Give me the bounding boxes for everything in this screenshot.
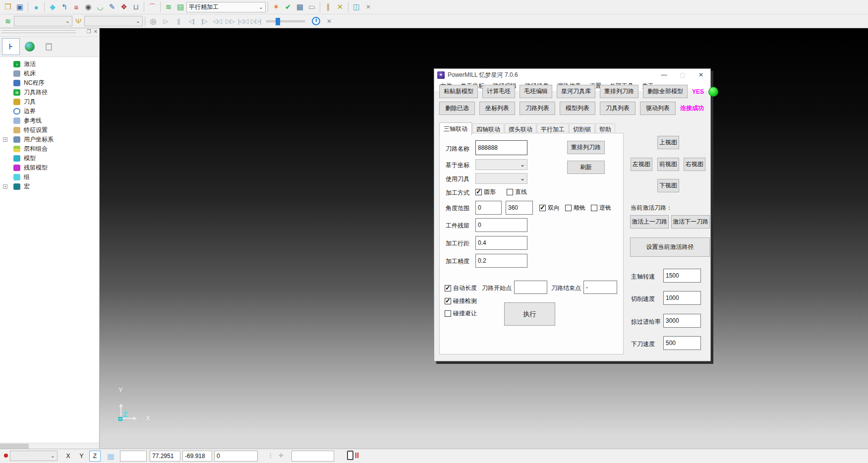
- activate-next-toolpath-button[interactable]: 激活下一刀路: [671, 215, 710, 229]
- axis-y-button[interactable]: Y: [76, 451, 87, 462]
- tool-icon[interactable]: ◉: [82, 1, 94, 13]
- tab-explorer-tree[interactable]: ⊦: [2, 38, 20, 55]
- axis-z-button[interactable]: Z: [89, 451, 101, 462]
- paste-model-button[interactable]: 粘贴新模型: [439, 85, 478, 98]
- view-top-button[interactable]: 上视图: [657, 136, 679, 149]
- angle-from-input[interactable]: [475, 201, 502, 215]
- climb-checkbox[interactable]: 顺铣: [565, 204, 585, 212]
- checkbox-icon[interactable]: [539, 205, 546, 211]
- refresh-button[interactable]: 刷新: [567, 161, 605, 174]
- collision-check-icon[interactable]: ⌒: [146, 1, 158, 13]
- execute-button[interactable]: 执行: [504, 302, 555, 326]
- device-icon[interactable]: [347, 451, 353, 460]
- nc-cylinders-icon[interactable]: ◫: [350, 1, 362, 13]
- step-forward-icon[interactable]: |▷: [198, 17, 211, 25]
- slider-thumb[interactable]: [276, 18, 280, 25]
- tree-item-feature-sets[interactable]: 特征设置: [0, 125, 99, 135]
- status-field-2[interactable]: [291, 451, 334, 462]
- calculator-icon[interactable]: ▦: [294, 1, 306, 13]
- plunge-feed-input[interactable]: [663, 336, 701, 350]
- calc-block-button[interactable]: 计算毛坯: [482, 85, 515, 98]
- edit-block-button[interactable]: 毛坯编辑: [520, 85, 552, 98]
- coord-list-button[interactable]: 坐标列表: [479, 102, 515, 115]
- delete-selected-button[interactable]: 删除已选: [439, 102, 475, 115]
- stock-allowance-input[interactable]: [475, 218, 527, 232]
- tree-item-nc-program[interactable]: NC程序: [0, 78, 99, 88]
- coord-dropdown[interactable]: ⌄: [475, 159, 527, 170]
- lightbulb-icon[interactable]: ◎: [147, 15, 159, 27]
- collision-check-checkbox[interactable]: 碰撞检测: [445, 297, 477, 305]
- grid-icon[interactable]: ▦: [105, 451, 116, 462]
- close-icon[interactable]: ✕: [698, 71, 703, 78]
- checkbox-icon[interactable]: [445, 298, 451, 304]
- model-list-button[interactable]: 模型列表: [560, 102, 595, 115]
- expand-icon[interactable]: +: [3, 184, 7, 189]
- set-active-path-button[interactable]: 设置当前激活路径: [630, 237, 710, 257]
- tool-holder-icon[interactable]: ⊔: [130, 1, 142, 13]
- go-start-icon[interactable]: |◁◁: [236, 17, 249, 25]
- status-field-1[interactable]: [120, 451, 147, 462]
- toolpath-name-input[interactable]: [475, 140, 527, 155]
- delete-all-models-button[interactable]: 删除全部模型: [643, 85, 688, 98]
- simulation-clock-icon[interactable]: [312, 17, 320, 25]
- line-checkbox[interactable]: 直线: [507, 188, 527, 196]
- pause-icon[interactable]: ||: [172, 17, 185, 25]
- measure-icon[interactable]: ▭: [306, 1, 318, 13]
- tool-select-dropdown[interactable]: ⌄: [84, 16, 143, 26]
- checkbox-icon[interactable]: [445, 285, 451, 291]
- end-point-input[interactable]: [583, 281, 617, 294]
- tolerance-input[interactable]: [475, 254, 527, 268]
- transform-icon[interactable]: ✕: [334, 1, 346, 13]
- holder-icon[interactable]: ◡: [94, 1, 106, 13]
- pattern-icon[interactable]: ❖: [118, 1, 130, 13]
- tab-3axis[interactable]: 三轴联动: [439, 122, 472, 135]
- stepover-input[interactable]: [475, 236, 527, 250]
- conventional-checkbox[interactable]: 逆铣: [591, 204, 611, 212]
- tree-item-patterns[interactable]: 参考线: [0, 116, 99, 125]
- rapid-heights-icon[interactable]: ↰: [58, 1, 70, 13]
- view-bottom-button[interactable]: 下视图: [657, 179, 679, 192]
- tree-item-workplanes[interactable]: +用户坐标系: [0, 135, 99, 144]
- activate-prev-toolpath-button[interactable]: 激活上一刀路: [630, 215, 669, 229]
- print-icon[interactable]: ●: [30, 1, 42, 13]
- panel-hscrollbar[interactable]: [0, 443, 99, 449]
- simulation-speed-slider[interactable]: [266, 20, 305, 22]
- axis-x-button[interactable]: X: [62, 451, 74, 462]
- auto-length-checkbox[interactable]: 自动长度: [445, 284, 477, 292]
- tree-item-stock-models[interactable]: 残留模型: [0, 163, 99, 173]
- maximize-icon[interactable]: ▢: [680, 71, 686, 78]
- play-icon[interactable]: ▷: [159, 17, 172, 25]
- edit-toolpath-icon[interactable]: ✎: [106, 1, 118, 13]
- step-back-icon[interactable]: ◁|: [185, 17, 198, 25]
- tree-item-groups[interactable]: 组: [0, 173, 99, 182]
- panel-grip[interactable]: ❐ ✕: [0, 28, 99, 37]
- tool-alarm-icon[interactable]: ✶: [270, 1, 282, 13]
- tree-item-macros[interactable]: +宏: [0, 182, 99, 191]
- strategy-list-icon[interactable]: ▤: [174, 1, 186, 13]
- toolpath-select-dropdown[interactable]: ⌄: [14, 16, 72, 26]
- cutting-feed-input[interactable]: [663, 291, 701, 305]
- tree-item-levels[interactable]: 层和组合: [0, 144, 99, 154]
- coord-x-field[interactable]: [150, 451, 180, 462]
- skim-feed-input[interactable]: [663, 314, 701, 328]
- coord-z-field[interactable]: [214, 451, 258, 462]
- tab-web[interactable]: [21, 38, 39, 55]
- checkbox-icon[interactable]: [591, 205, 597, 211]
- tab-recycle[interactable]: [40, 38, 58, 55]
- minimize-icon[interactable]: —: [661, 71, 667, 78]
- open-icon[interactable]: ❐: [2, 1, 14, 13]
- tool-pair-icon[interactable]: ∥: [322, 1, 334, 13]
- bidirectional-checkbox[interactable]: 双向: [539, 204, 560, 212]
- tool-library-button[interactable]: 星河刀具库: [557, 85, 595, 98]
- view-front-button[interactable]: 前视图: [657, 158, 679, 171]
- checkbox-icon[interactable]: [507, 189, 513, 195]
- checkbox-icon[interactable]: [475, 189, 482, 195]
- block-icon[interactable]: ◆: [47, 1, 58, 13]
- collision-avoid-checkbox[interactable]: 碰撞避让: [445, 309, 477, 318]
- view-right-button[interactable]: 右视图: [684, 158, 705, 171]
- spindle-speed-input[interactable]: [663, 269, 701, 283]
- tool-list-button[interactable]: 刀具列表: [600, 102, 636, 115]
- sim-toolbar-close-icon[interactable]: ✕: [323, 15, 335, 27]
- panel-float-icon[interactable]: ❐: [87, 29, 91, 34]
- reorder-toolpaths-button[interactable]: 重排列刀路: [600, 85, 638, 98]
